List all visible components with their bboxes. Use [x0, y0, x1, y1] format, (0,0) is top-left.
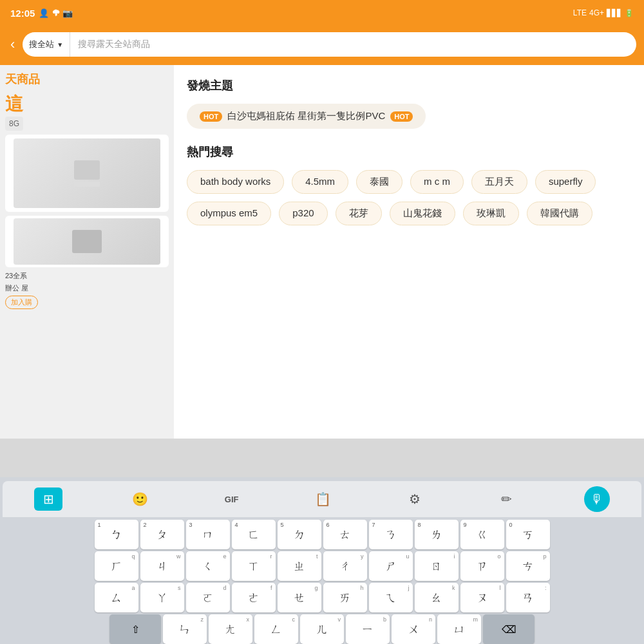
key-an-col[interactable]: :ㄢ: [506, 583, 550, 612]
key-en-z[interactable]: zㄣ: [163, 614, 207, 644]
keyboard-clipboard-button[interactable]: 📋: [309, 488, 337, 511]
keyboard-gif-button[interactable]: GIF: [218, 488, 246, 511]
key-k0[interactable]: 0ㄎ: [506, 520, 550, 549]
hot-badge-1: HOT: [200, 111, 222, 122]
status-time: 12:05: [10, 8, 35, 19]
key-backspace[interactable]: ⌫: [483, 614, 535, 644]
search-tag[interactable]: 五月天: [471, 170, 527, 194]
left-card-text-2: 辦公 屋: [5, 283, 169, 293]
key-x-r[interactable]: rㄒ: [232, 551, 276, 581]
left-orange-text: 這: [5, 92, 169, 117]
search-tag[interactable]: bath body works: [187, 170, 284, 194]
left-top-text: 天商品: [5, 71, 169, 87]
search-tag[interactable]: p320: [279, 202, 327, 225]
hot-topic-text: 白沙屯媽祖庇佑 星街第一隻比例PVC: [227, 110, 385, 122]
key-u-n[interactable]: nㄨ: [392, 614, 435, 644]
status-icons-left: 👤 🌩 📷: [39, 8, 72, 18]
key-ei-j[interactable]: jㄟ: [369, 583, 413, 612]
search-scope-selector[interactable]: 搜全站 ▼: [23, 32, 70, 57]
svg-rect-2: [72, 230, 102, 253]
add-to-cart-button[interactable]: 加入購: [5, 296, 38, 309]
key-sh-u[interactable]: uㄕ: [369, 551, 413, 581]
search-tag[interactable]: 玫琳凱: [463, 202, 519, 225]
status-time-area: 12:05 👤 🌩 📷: [10, 8, 73, 19]
search-tag[interactable]: 韓國代購: [527, 202, 592, 225]
search-bar: ‹ 搜全站 ▼ 搜尋露天全站商品: [0, 26, 644, 63]
key-ch-y[interactable]: yㄔ: [323, 551, 367, 581]
key-shift[interactable]: ⇧: [109, 614, 161, 644]
keyboard-grid-button[interactable]: ⊞: [34, 488, 62, 511]
hot-topic-card[interactable]: HOT 白沙屯媽祖庇佑 星街第一隻比例PVC HOT: [187, 104, 426, 129]
key-m3[interactable]: 3ㄇ: [186, 520, 230, 549]
key-c-p[interactable]: pㄘ: [506, 551, 550, 581]
keyboard-gap: [0, 439, 644, 477]
search-input[interactable]: 搜尋露天全站商品: [70, 39, 636, 50]
key-eng-c[interactable]: cㄥ: [254, 614, 298, 644]
search-tag[interactable]: olympus em5: [187, 202, 271, 225]
status-battery: 🔋: [625, 9, 634, 17]
popular-section-title: 熱門搜尋: [187, 144, 631, 160]
key-i-b[interactable]: bㄧ: [346, 614, 390, 644]
back-button[interactable]: ‹: [8, 33, 17, 55]
status-4g: 4G+: [589, 8, 604, 17]
keyboard-toolbar: ⊞ 🙂 GIF 📋 ⚙ ✏ 🎙: [3, 481, 641, 517]
status-signal: ▋▋▋: [607, 9, 622, 17]
key-t6[interactable]: 6ㄊ: [323, 520, 367, 549]
search-tag[interactable]: 山鬼花錢: [390, 202, 455, 225]
keyboard: ⊞ 🙂 GIF 📋 ⚙ ✏ 🎙 1ㄅ 2ㄆ 3ㄇ 4ㄈ 5ㄉ 6ㄊ 7ㄋ 8ㄌ …: [0, 477, 644, 644]
keyboard-row-2: qㄏ wㄐ eㄑ rㄒ tㄓ yㄔ uㄕ iㄖ oㄗ pㄘ: [3, 551, 641, 581]
key-n7[interactable]: 7ㄋ: [369, 520, 413, 549]
key-er-v[interactable]: vㄦ: [300, 614, 344, 644]
key-a-s[interactable]: sㄚ: [140, 583, 184, 612]
key-zh-t[interactable]: tㄓ: [278, 551, 321, 581]
key-j-w[interactable]: wㄐ: [140, 551, 184, 581]
status-right-icons: LTE 4G+ ▋▋▋ 🔋: [573, 8, 634, 17]
tags-grid: bath body works4.5mm泰國m c m五月天superflyol…: [187, 170, 631, 225]
chevron-down-icon: ▼: [57, 41, 63, 48]
key-v-m[interactable]: mㄩ: [437, 614, 481, 644]
key-eh-g[interactable]: gㄝ: [278, 583, 321, 612]
key-p2[interactable]: 2ㄆ: [140, 520, 184, 549]
key-z-o[interactable]: oㄗ: [460, 551, 504, 581]
key-r-i[interactable]: iㄖ: [415, 551, 459, 581]
search-tag[interactable]: 花芽: [336, 202, 382, 225]
svg-rect-0: [74, 160, 100, 180]
key-g9[interactable]: 9ㄍ: [460, 520, 504, 549]
search-tag[interactable]: 泰國: [356, 170, 402, 194]
key-e-f[interactable]: fㄜ: [232, 583, 276, 612]
search-tag[interactable]: m c m: [410, 170, 464, 194]
key-ou-l[interactable]: lㄡ: [460, 583, 504, 612]
keyboard-row-3: aㄙ sㄚ dㄛ fㄜ gㄝ hㄞ jㄟ kㄠ lㄡ :ㄢ: [3, 583, 641, 612]
key-ang-x[interactable]: xㄤ: [209, 614, 252, 644]
svg-rect-1: [74, 182, 100, 187]
key-h-q[interactable]: qㄏ: [95, 551, 138, 581]
key-o-d[interactable]: dㄛ: [186, 583, 230, 612]
suggestions-panel: 發燒主題 HOT 白沙屯媽祖庇佑 星街第一隻比例PVC HOT 熱門搜尋 bat…: [174, 65, 644, 439]
left-label: 8G: [5, 117, 23, 131]
key-l8[interactable]: 8ㄌ: [415, 520, 459, 549]
product-image-1: [14, 138, 161, 208]
main-content: 天商品 這 8G 23全系 辦公 屋 加入購: [0, 65, 644, 439]
key-ai-h[interactable]: hㄞ: [323, 583, 367, 612]
keyboard-draw-button[interactable]: ✏: [493, 488, 521, 511]
key-q-e[interactable]: eㄑ: [186, 551, 230, 581]
key-d5[interactable]: 5ㄉ: [278, 520, 321, 549]
keyboard-row-1: 1ㄅ 2ㄆ 3ㄇ 4ㄈ 5ㄉ 6ㄊ 7ㄋ 8ㄌ 9ㄍ 0ㄎ: [3, 520, 641, 549]
product-card-2: [5, 216, 169, 267]
hot-badge-2: HOT: [390, 111, 413, 122]
keyboard-emoji-button[interactable]: 🙂: [126, 488, 154, 511]
left-card-text-1: 23全系: [5, 271, 169, 281]
key-ao-k[interactable]: kㄠ: [415, 583, 459, 612]
search-tag[interactable]: 4.5mm: [292, 170, 348, 194]
product-card-1: [5, 135, 169, 212]
key-f4[interactable]: 4ㄈ: [232, 520, 276, 549]
search-tag[interactable]: superfly: [535, 170, 596, 194]
status-bar: 12:05 👤 🌩 📷 LTE 4G+ ▋▋▋ 🔋: [0, 0, 644, 26]
hot-section-title: 發燒主題: [187, 78, 631, 93]
keyboard-settings-button[interactable]: ⚙: [401, 488, 429, 511]
keyboard-mic-button[interactable]: 🎙: [584, 486, 610, 512]
key-b1[interactable]: 1ㄅ: [95, 520, 138, 549]
left-panel: 天商品 這 8G 23全系 辦公 屋 加入購: [0, 65, 174, 439]
key-s-a[interactable]: aㄙ: [95, 583, 138, 612]
keyboard-row-4: ⇧ zㄣ xㄤ cㄥ vㄦ bㄧ nㄨ mㄩ ⌫: [3, 614, 641, 644]
